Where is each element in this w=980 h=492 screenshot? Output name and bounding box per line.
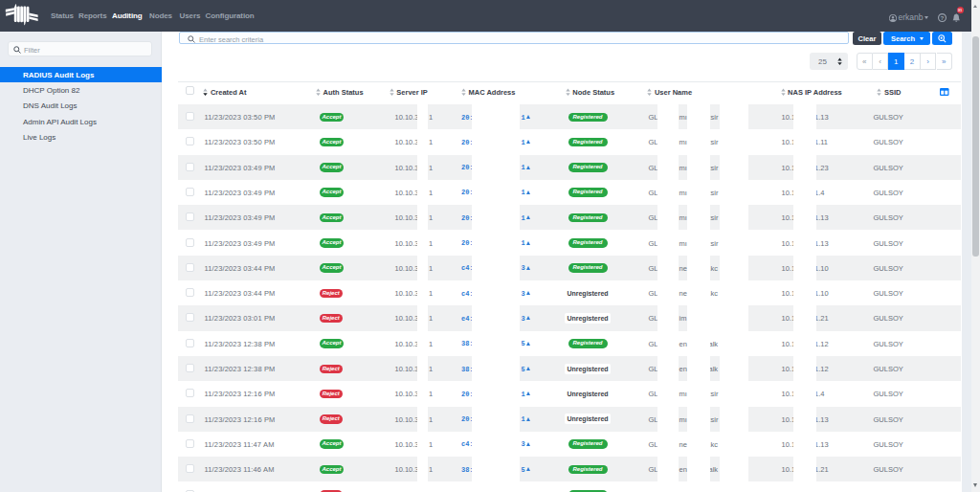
svg-text:?: ? (940, 13, 944, 20)
